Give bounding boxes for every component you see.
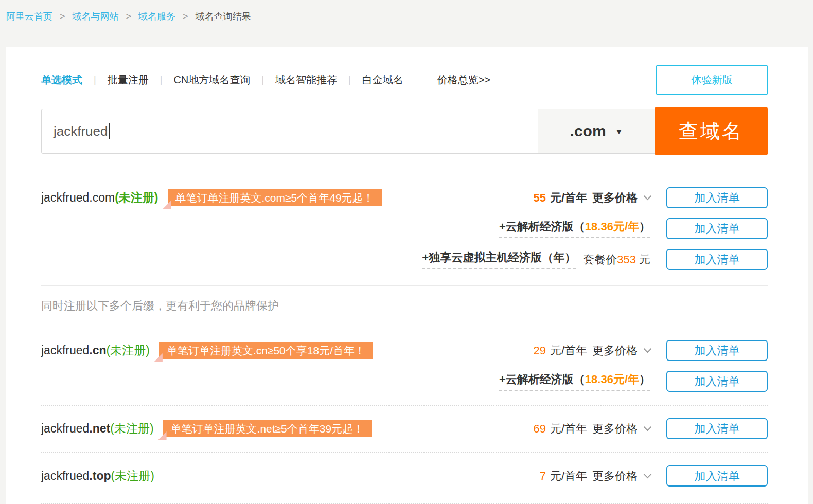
- price-unit: 元/首年: [550, 421, 587, 437]
- breadcrumb-separator: >: [60, 11, 65, 22]
- breadcrumb-separator: >: [183, 11, 188, 22]
- result-row-cn: jackfrued.cn (未注册) 单笔订单注册英文.cn≥50个享18元/首…: [41, 340, 768, 361]
- tab-smart-recommend[interactable]: 域名智能推荐: [275, 73, 337, 87]
- cloud-dns-addon-link[interactable]: +云解析经济版（18.36元/年）: [499, 219, 650, 238]
- text-caret: [109, 123, 110, 139]
- breadcrumb: 阿里云首页 > 域名与网站 > 域名服务 > 域名查询结果: [0, 0, 813, 23]
- promo-badge: 单笔订单注册英文.net≥5个首年39元起！: [163, 420, 372, 437]
- tld-select-dropdown[interactable]: .com ▼: [538, 109, 655, 154]
- tab-divider: |: [160, 75, 163, 85]
- result-row-net: jackfrued.net (未注册) 单笔订单注册英文.net≥5个首年39元…: [41, 418, 768, 439]
- breadcrumb-link-home[interactable]: 阿里云首页: [6, 11, 52, 22]
- more-price-toggle[interactable]: 55 元/首年 更多价格: [533, 190, 650, 206]
- tab-cn-local-query[interactable]: CN地方域名查询: [173, 73, 250, 87]
- tab-divider: |: [94, 75, 96, 85]
- promo-badge: 单笔订单注册英文.com≥5个首年49元起！: [168, 189, 382, 206]
- dropdown-arrow-icon: ▼: [615, 127, 623, 136]
- more-price-label: 更多价格: [592, 343, 638, 358]
- result-row-com: jackfrued.com (未注册) 单笔订单注册英文.com≥5个首年49元…: [41, 187, 768, 208]
- price-value: 29: [533, 344, 545, 357]
- domain-name: jackfrued.top: [41, 469, 111, 483]
- domain-name: jackfrued.com: [41, 191, 115, 205]
- tab-divider: |: [348, 75, 351, 85]
- chevron-down-icon: [644, 192, 652, 201]
- package-price: 套餐价353 元: [583, 252, 650, 267]
- virtual-host-addon-link[interactable]: +独享云虚拟主机经济版（年）: [422, 250, 576, 269]
- breadcrumb-separator: >: [126, 11, 132, 22]
- tab-batch-register[interactable]: 批量注册: [108, 73, 149, 87]
- tab-single-mode[interactable]: 单选模式: [41, 73, 82, 87]
- main-card: 单选模式 | 批量注册 | CN地方域名查询 | 域名智能推荐 | 白金域名 价…: [6, 47, 808, 504]
- addon-price: 18.36元/年: [585, 220, 639, 233]
- price-value: 55: [533, 191, 545, 205]
- more-price-label: 更多价格: [592, 469, 638, 484]
- mode-tabbar: 单选模式 | 批量注册 | CN地方域名查询 | 域名智能推荐 | 白金域名 价…: [41, 65, 768, 95]
- domain-search-input[interactable]: jackfrued: [41, 109, 538, 154]
- price-unit: 元/首年: [550, 190, 587, 206]
- chevron-down-icon: [644, 471, 652, 479]
- more-price-label: 更多价格: [592, 190, 638, 206]
- price-value: 69: [533, 422, 545, 436]
- section-divider: [41, 452, 768, 453]
- add-to-list-button[interactable]: 加入清单: [666, 340, 768, 361]
- addon-row-cloud-dns: +云解析经济版（18.36元/年） 加入清单: [41, 218, 768, 239]
- price-unit: 元/首年: [550, 343, 587, 358]
- add-to-list-button[interactable]: 加入清单: [666, 218, 768, 239]
- add-to-list-button[interactable]: 加入清单: [666, 187, 768, 208]
- add-to-list-button[interactable]: 加入清单: [666, 418, 768, 439]
- more-price-toggle[interactable]: 69 元/首年 更多价格: [533, 421, 650, 437]
- brand-protection-note: 同时注册以下多个后缀，更有利于您的品牌保护: [41, 298, 768, 314]
- tld-selected-value: .com: [570, 122, 606, 140]
- status-unregistered: (未注册): [111, 468, 154, 484]
- addon-price: 18.36元/年: [585, 373, 639, 386]
- promo-badge: 单笔订单注册英文.cn≥50个享18元/首年！: [159, 342, 373, 359]
- section-divider: [41, 285, 768, 286]
- breadcrumb-link-domains-websites[interactable]: 域名与网站: [73, 11, 119, 22]
- status-unregistered: (未注册): [107, 343, 150, 358]
- chevron-down-icon: [644, 423, 652, 431]
- price-overview-link[interactable]: 价格总览>>: [437, 73, 490, 87]
- result-row-top: jackfrued.top (未注册) 7 元/首年 更多价格 加入清单: [41, 465, 768, 487]
- price-unit: 元/首年: [550, 469, 587, 484]
- cloud-dns-addon-link[interactable]: +云解析经济版（18.36元/年）: [499, 372, 650, 391]
- section-divider: [41, 405, 768, 406]
- domain-search-bar: jackfrued .com ▼ 查域名: [41, 107, 768, 155]
- add-to-list-button[interactable]: 加入清单: [666, 371, 768, 392]
- addon-row-cloud-dns: +云解析经济版（18.36元/年） 加入清单: [41, 371, 768, 392]
- tab-divider: |: [261, 75, 264, 85]
- breadcrumb-current: 域名查询结果: [196, 11, 251, 22]
- breadcrumb-link-domain-service[interactable]: 域名服务: [138, 11, 175, 22]
- domain-name: jackfrued.net: [41, 422, 110, 436]
- addon-row-virtual-host: +独享云虚拟主机经济版（年） 套餐价353 元 加入清单: [41, 249, 768, 270]
- more-price-toggle[interactable]: 7 元/首年 更多价格: [540, 469, 650, 484]
- add-to-list-button[interactable]: 加入清单: [666, 465, 768, 487]
- status-unregistered: (未注册): [115, 190, 158, 206]
- search-domain-button[interactable]: 查域名: [655, 107, 768, 155]
- tab-platinum-domain[interactable]: 白金域名: [362, 73, 403, 87]
- more-price-label: 更多价格: [592, 421, 638, 437]
- chevron-down-icon: [644, 345, 652, 353]
- search-input-value: jackfrued: [54, 123, 108, 139]
- domain-name: jackfrued.cn: [41, 344, 107, 357]
- price-value: 7: [540, 470, 546, 483]
- status-unregistered: (未注册): [110, 421, 153, 437]
- try-new-version-button[interactable]: 体验新版: [656, 65, 768, 95]
- add-to-list-button[interactable]: 加入清单: [666, 249, 768, 270]
- more-price-toggle[interactable]: 29 元/首年 更多价格: [533, 343, 650, 358]
